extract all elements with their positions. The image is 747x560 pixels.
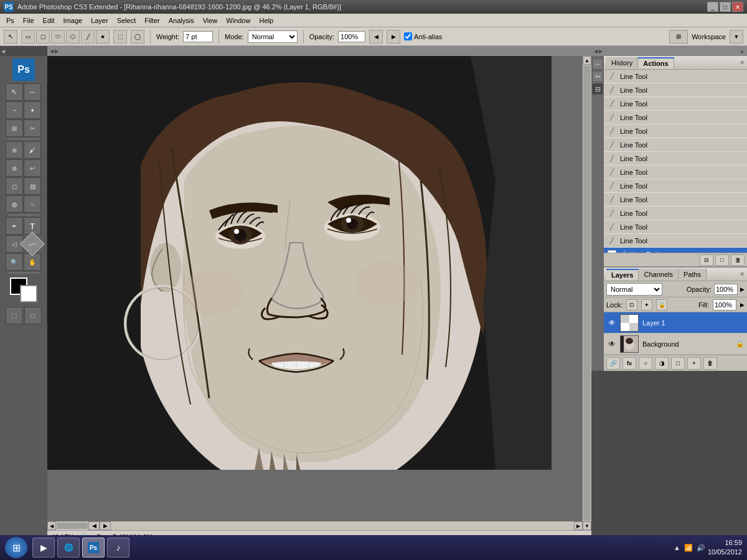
menu-layer[interactable]: Layer — [87, 16, 112, 26]
blend-mode-select[interactable]: Normal Multiply Screen Overlay — [606, 283, 662, 296]
tool-preset-btn[interactable]: ↖ — [4, 30, 17, 44]
tab-paths[interactable]: Paths — [679, 269, 707, 280]
layer-item-1[interactable]: 👁 Layer 1 — [604, 312, 747, 334]
start-button[interactable]: ⊞ — [5, 537, 27, 558]
mini-tool-2[interactable]: ✂ — [592, 71, 603, 82]
background-color[interactable] — [20, 285, 37, 302]
selection-tool[interactable]: ↔ — [24, 83, 41, 101]
menu-window[interactable]: Window — [222, 16, 254, 26]
fill-mode-btn[interactable]: ◯ — [131, 30, 144, 44]
scroll-down-btn[interactable]: ▼ — [583, 521, 591, 530]
rounded-rect-btn[interactable]: ▢ — [36, 30, 50, 44]
history-item-11[interactable]: ╱ Line Tool — [604, 207, 747, 220]
mini-tool-3[interactable]: ⊟ — [592, 83, 603, 95]
history-new-state[interactable]: □ — [715, 254, 729, 266]
scroll-left-btn[interactable]: ◀ — [47, 521, 56, 530]
left-collapse-arrow[interactable]: ◀ — [1, 49, 5, 54]
history-item-1[interactable]: ╱ Line Tool — [604, 70, 747, 83]
gradient-tool[interactable]: ▤ — [24, 177, 41, 195]
layers-opacity-input[interactable] — [714, 284, 738, 295]
canvas-nav-right[interactable]: ▶ — [100, 521, 111, 530]
layer-adj-btn[interactable]: ◑ — [655, 357, 669, 370]
menu-select[interactable]: Select — [113, 16, 140, 26]
history-item-7[interactable]: ╱ Line Tool — [604, 152, 747, 166]
history-item-4[interactable]: ╱ Line Tool — [604, 111, 747, 124]
opacity-arrow-r[interactable]: ▶ — [387, 30, 400, 44]
history-item-14[interactable]: ▶ ╱ Line Tool — [604, 248, 747, 253]
mini-tool-1[interactable]: ↔ — [592, 58, 603, 70]
close-button[interactable]: ✕ — [732, 2, 743, 12]
zoom-tool[interactable]: 🔍 — [6, 253, 23, 271]
menu-ps[interactable]: Ps — [2, 16, 18, 26]
menu-file[interactable]: File — [19, 16, 38, 26]
blur-tool[interactable]: ◍ — [6, 195, 23, 213]
menu-filter[interactable]: Filter — [141, 16, 163, 26]
slice-tool[interactable]: ✂ — [24, 119, 41, 137]
taskbar-btn-browser[interactable]: 🌐 — [57, 538, 80, 558]
menu-view[interactable]: View — [199, 16, 222, 26]
lock-move-btn[interactable]: ✦ — [641, 299, 652, 310]
layer-vis-1[interactable]: 👁 — [606, 317, 618, 329]
pen-tool[interactable]: ✒ — [6, 217, 23, 235]
anti-alias-label[interactable]: Anti-alias — [404, 32, 442, 40]
history-brush[interactable]: ↩ — [24, 159, 41, 177]
history-item-13[interactable]: ╱ Line Tool — [604, 234, 747, 248]
history-item-6[interactable]: ╱ Line Tool — [604, 138, 747, 152]
fill-input[interactable] — [713, 299, 736, 310]
ellipse-btn[interactable]: ⬭ — [51, 30, 65, 44]
eraser-tool[interactable]: ◻ — [6, 177, 23, 195]
layer-vis-bg[interactable]: 👁 — [606, 338, 618, 350]
line-btn[interactable]: ╱ — [81, 30, 95, 44]
layer-mask-btn[interactable]: ○ — [639, 357, 652, 370]
dodge-tool[interactable]: ○ — [24, 195, 41, 213]
lock-all-btn[interactable]: 🔒 — [656, 299, 667, 310]
taskbar-btn-photoshop[interactable]: Ps — [82, 538, 105, 558]
canvas-scroll-area[interactable]: vxtov ▲ ▼ ◀ ◀ ▶ ▶ — [47, 56, 591, 530]
tab-actions[interactable]: Actions — [638, 57, 674, 68]
spot-heal-tool[interactable]: ⊕ — [6, 141, 23, 159]
shape-btn[interactable]: ★ — [96, 30, 110, 44]
workspace-arrow[interactable]: ▼ — [730, 30, 743, 44]
maximize-button[interactable]: □ — [720, 2, 731, 12]
magic-wand[interactable]: ✦ — [24, 101, 41, 119]
anti-alias-checkbox[interactable] — [404, 32, 412, 40]
layers-panel-close[interactable]: ✕ — [740, 271, 745, 278]
window-controls[interactable]: _ □ ✕ — [707, 2, 743, 12]
weight-input[interactable] — [183, 31, 213, 42]
history-item-3[interactable]: ╱ Line Tool — [604, 97, 747, 111]
canvas-nav-left[interactable]: ◀ — [88, 521, 100, 530]
scroll-up-btn[interactable]: ▲ — [583, 56, 591, 65]
tab-history[interactable]: History — [606, 57, 638, 68]
minimize-button[interactable]: _ — [707, 2, 718, 12]
layer-group-btn[interactable]: □ — [671, 357, 685, 370]
taskbar-clock[interactable]: 16:59 10/05/2012 — [708, 538, 742, 558]
workspace-icon[interactable]: ⊞ — [669, 30, 688, 44]
stamp-tool[interactable]: ⊗ — [6, 159, 23, 177]
line-tool[interactable]: ╱ — [20, 231, 45, 256]
mode-select[interactable]: Normal Multiply Screen — [248, 30, 298, 43]
rect-tool-btn[interactable]: ▭ — [21, 30, 35, 44]
crop-tool[interactable]: ⊞ — [6, 119, 23, 137]
scroll-thumb-h[interactable] — [57, 523, 88, 529]
taskbar-btn-play[interactable]: ▶ — [32, 538, 55, 558]
tab-layers[interactable]: Layers — [606, 269, 639, 280]
tab-channels[interactable]: Channels — [639, 269, 678, 280]
lock-pixels-btn[interactable]: ⊡ — [626, 299, 637, 310]
layer-new-btn[interactable]: + — [687, 357, 701, 370]
opacity-arrow-btn[interactable]: ▶ — [740, 286, 745, 292]
path-mode-btn[interactable]: ⬚ — [113, 30, 127, 44]
history-delete[interactable]: 🗑 — [731, 254, 745, 266]
brush-tool[interactable]: 🖌 — [24, 141, 41, 159]
history-item-10[interactable]: ╱ Line Tool — [604, 193, 747, 207]
menu-image[interactable]: Image — [60, 16, 87, 26]
history-item-5[interactable]: ╱ Line Tool — [604, 124, 747, 138]
fill-arrow-btn[interactable]: ▶ — [740, 302, 745, 308]
move-tool[interactable]: ↖ — [6, 83, 23, 101]
menu-analysis[interactable]: Analysis — [165, 16, 198, 26]
systray-arrow[interactable]: ▲ — [674, 544, 680, 551]
vertical-scrollbar[interactable]: ▲ ▼ — [583, 56, 591, 530]
layer-delete-btn[interactable]: 🗑 — [703, 357, 717, 370]
history-item-9[interactable]: ╱ Line Tool — [604, 179, 747, 193]
opacity-arrow[interactable]: ◀ — [369, 30, 383, 44]
opacity-input[interactable] — [338, 31, 365, 42]
